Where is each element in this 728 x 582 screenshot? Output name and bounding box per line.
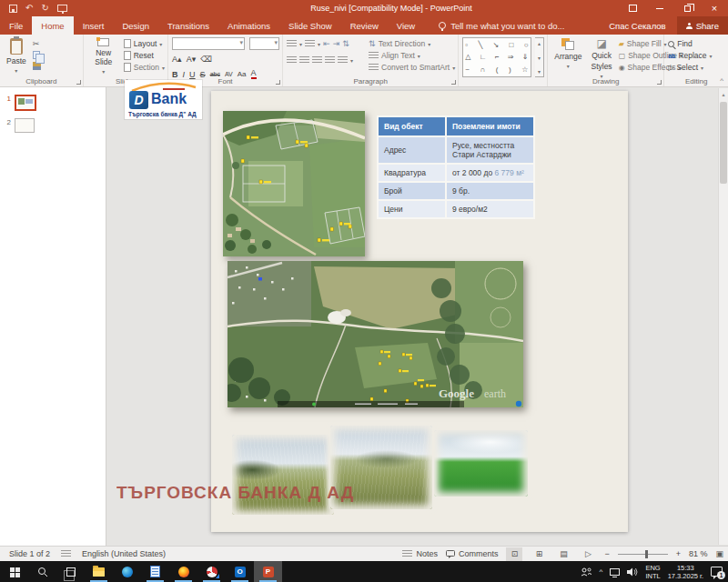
shapes-more-icon[interactable]: ▾ bbox=[538, 68, 541, 75]
zoom-slider-thumb[interactable] bbox=[645, 550, 648, 558]
scrollbar-thumb[interactable] bbox=[720, 102, 727, 184]
paragraph-dialog-launcher[interactable] bbox=[451, 80, 456, 85]
notes-button[interactable]: Notes bbox=[402, 549, 438, 558]
restore-button[interactable] bbox=[673, 0, 701, 16]
new-slide-button[interactable]: New Slide ▾ bbox=[87, 37, 120, 75]
language-indicator[interactable]: ENGINTL bbox=[645, 564, 660, 580]
speaker-icon[interactable] bbox=[627, 567, 638, 577]
line-spacing-icon[interactable]: ⇅ bbox=[342, 39, 349, 48]
share-button[interactable]: Share bbox=[677, 16, 728, 35]
start-button[interactable] bbox=[0, 561, 28, 582]
fit-slide-button[interactable]: ▣ bbox=[715, 549, 723, 558]
dbank-logo[interactable]: D Bank Търговска банка Д" АД bbox=[125, 80, 202, 119]
shapes-scroll-down-icon[interactable]: ▾ bbox=[538, 55, 541, 61]
shapes-scrollbar[interactable]: ▴ ▾ ▾ bbox=[535, 37, 545, 77]
comments-button[interactable]: Comments bbox=[446, 549, 499, 558]
powerpoint-button[interactable]: P bbox=[254, 561, 282, 582]
people-icon[interactable] bbox=[581, 567, 592, 577]
quick-styles-button[interactable]: ◪ Quick Styles ▾ bbox=[588, 37, 614, 75]
align-text-button[interactable]: Align Text▾ bbox=[369, 51, 455, 60]
search-button[interactable] bbox=[28, 561, 56, 582]
find-button[interactable]: Find bbox=[668, 39, 712, 48]
user-name[interactable]: Спас Секалов bbox=[598, 21, 676, 31]
tab-home[interactable]: Home bbox=[32, 16, 73, 35]
font-size-combo[interactable] bbox=[249, 37, 279, 50]
shape-rect-icon[interactable]: □ bbox=[510, 41, 514, 49]
slideshow-view-button[interactable]: ▷ bbox=[580, 547, 596, 561]
tab-review[interactable]: Review bbox=[341, 16, 388, 35]
tab-view[interactable]: View bbox=[388, 16, 424, 35]
convert-smartart-button[interactable]: Convert to SmartArt▾ bbox=[369, 63, 455, 72]
scroll-up-icon[interactable]: ▴ bbox=[719, 88, 728, 101]
tab-file[interactable]: File bbox=[0, 16, 32, 35]
spell-check-icon[interactable] bbox=[61, 550, 71, 558]
language-status[interactable]: English (United States) bbox=[82, 549, 166, 558]
bullets-icon[interactable] bbox=[287, 40, 297, 48]
shape-select-icon[interactable]: ▫ bbox=[465, 41, 468, 49]
text-direction-button[interactable]: ⇅Text Direction▾ bbox=[369, 39, 455, 48]
section-button[interactable]: Section▾ bbox=[124, 63, 165, 72]
numbering-icon[interactable] bbox=[305, 40, 315, 48]
shape-angle-icon[interactable]: ∟ bbox=[480, 53, 487, 61]
shape-arc-icon[interactable]: ∩ bbox=[480, 65, 485, 74]
start-presentation-icon[interactable] bbox=[57, 5, 67, 12]
taskbar-clock[interactable]: 15:33 17.3.2025 г. bbox=[668, 564, 703, 580]
shape-arrow-down-icon[interactable]: ⇓ bbox=[522, 53, 529, 61]
bank-watermark-text[interactable]: ТЪРГОВСКА БАНКА Д АД bbox=[116, 483, 354, 503]
slide-2-thumbnail[interactable] bbox=[15, 118, 35, 133]
increase-indent-icon[interactable]: ⇥ bbox=[333, 39, 340, 48]
tab-insert[interactable]: Insert bbox=[74, 16, 114, 35]
shape-corner-icon[interactable]: ⌐ bbox=[495, 53, 500, 61]
satellite-map-large[interactable]: Google earth bbox=[228, 261, 523, 407]
zoom-out-button[interactable]: − bbox=[604, 549, 609, 558]
zoom-in-button[interactable]: + bbox=[676, 549, 681, 558]
slide-thumbnail-1[interactable]: 1 bbox=[0, 87, 106, 111]
clear-formatting-icon[interactable]: ⌫ bbox=[200, 55, 212, 64]
copy-icon[interactable] bbox=[33, 51, 40, 59]
slide-sorter-view-button[interactable]: ⊞ bbox=[531, 547, 547, 561]
file-explorer-button[interactable] bbox=[85, 561, 113, 582]
tab-slide-show[interactable]: Slide Show bbox=[279, 16, 341, 35]
edge-button[interactable] bbox=[113, 561, 141, 582]
shape-star-icon[interactable]: ☆ bbox=[521, 65, 528, 74]
shape-curve-icon[interactable]: ~ bbox=[465, 65, 470, 74]
shrink-font-icon[interactable]: A▾ bbox=[187, 55, 197, 64]
decrease-indent-icon[interactable]: ⇤ bbox=[323, 39, 330, 48]
document-app-button[interactable] bbox=[141, 561, 169, 582]
arrange-button[interactable]: Arrange ▾ bbox=[551, 37, 584, 75]
zoom-slider[interactable] bbox=[618, 554, 668, 555]
align-right-icon[interactable] bbox=[312, 56, 322, 65]
reading-view-button[interactable]: ▤ bbox=[555, 547, 571, 561]
align-left-icon[interactable] bbox=[287, 56, 297, 65]
justify-icon[interactable] bbox=[325, 56, 335, 65]
paste-button[interactable]: Paste ▾ bbox=[4, 37, 29, 75]
field-photo-3[interactable] bbox=[434, 430, 528, 497]
zoom-level[interactable]: 81 % bbox=[689, 549, 708, 558]
close-button[interactable]: × bbox=[701, 0, 728, 16]
firefox-button[interactable] bbox=[169, 561, 197, 582]
columns-icon[interactable] bbox=[338, 56, 348, 65]
action-center-icon[interactable]: 1 bbox=[711, 567, 723, 577]
shape-arrow-icon[interactable]: ↘ bbox=[493, 41, 500, 49]
drawing-dialog-launcher[interactable] bbox=[657, 80, 662, 85]
network-icon[interactable] bbox=[610, 568, 620, 576]
tray-expand-icon[interactable]: ^ bbox=[600, 567, 603, 576]
layout-button[interactable]: Layout▾ bbox=[124, 39, 165, 48]
shape-ellipse-icon[interactable]: ○ bbox=[524, 41, 529, 49]
ribbon-display-options-button[interactable] bbox=[619, 0, 646, 16]
shapes-scroll-up-icon[interactable]: ▴ bbox=[538, 40, 541, 46]
pinwheel-app-button[interactable] bbox=[197, 561, 226, 582]
shape-brace-right-icon[interactable]: ) bbox=[509, 65, 511, 74]
tell-me-box[interactable]: Tell me what you want to do... bbox=[439, 16, 564, 35]
slide-thumbnail-2[interactable]: 2 bbox=[0, 111, 106, 133]
replace-button[interactable]: abReplace▾ bbox=[668, 51, 712, 60]
shapes-gallery[interactable]: ▫ ╲ ↘ □ ○ △ ∟ ⌐ ⇒ ⇓ ~ ∩ ( ) bbox=[462, 37, 531, 77]
save-icon[interactable] bbox=[9, 5, 17, 13]
clipboard-dialog-launcher[interactable] bbox=[76, 80, 81, 85]
reset-button[interactable]: Reset bbox=[124, 51, 165, 60]
satellite-map-small[interactable] bbox=[223, 111, 365, 256]
shadow-button[interactable]: abc bbox=[210, 71, 220, 77]
shape-arrow-right-icon[interactable]: ⇒ bbox=[508, 53, 514, 61]
tab-animations[interactable]: Animations bbox=[218, 16, 279, 35]
character-spacing-button[interactable]: AV bbox=[225, 71, 233, 77]
